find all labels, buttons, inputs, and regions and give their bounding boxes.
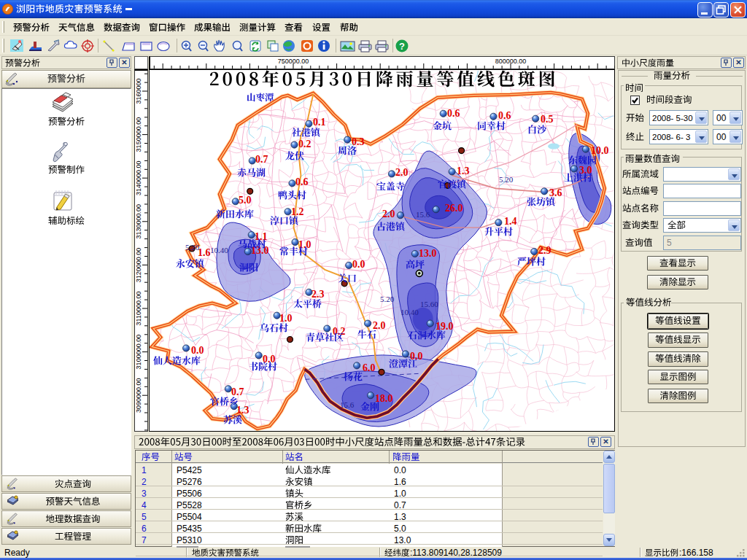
svg-text:3100000.00: 3100000.00 bbox=[135, 335, 142, 370]
svg-text:3130000.00: 3130000.00 bbox=[135, 204, 142, 239]
svg-text:3160000: 3160000 bbox=[135, 78, 142, 104]
svg-text:?: ? bbox=[399, 41, 405, 52]
svg-text:3140000.00: 3140000.00 bbox=[135, 160, 142, 195]
svg-text:3150000.00: 3150000.00 bbox=[135, 117, 142, 152]
svg-text:3110000.00: 3110000.00 bbox=[135, 292, 142, 326]
svg-text:3090000.00: 3090000.00 bbox=[135, 378, 142, 413]
svg-text:3120000.00: 3120000.00 bbox=[135, 248, 142, 283]
